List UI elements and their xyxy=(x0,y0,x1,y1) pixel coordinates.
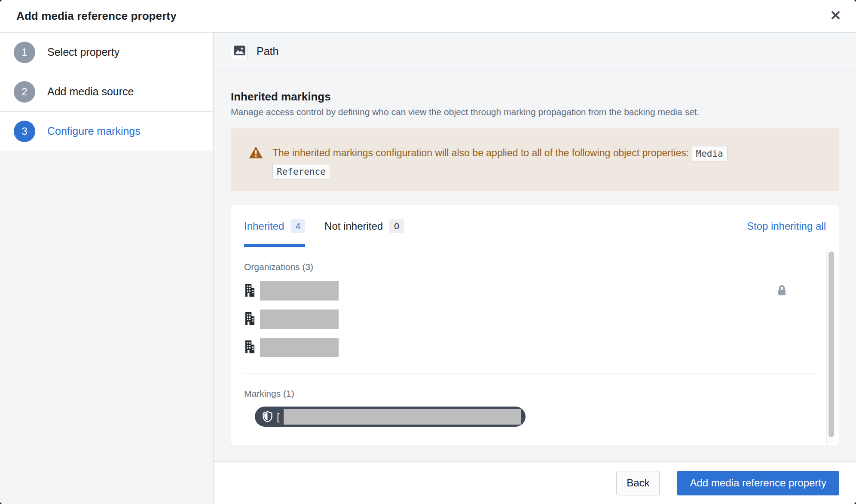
main-panel: Path Inherited markings Manage access co… xyxy=(214,33,856,504)
dialog-title: Add media reference property xyxy=(16,9,177,23)
tab-inherited[interactable]: Inherited 4 xyxy=(244,205,305,247)
back-button[interactable]: Back xyxy=(616,471,660,495)
step-1-label: Select property xyxy=(47,46,119,58)
warning-callout: The inherited markings configuration wil… xyxy=(231,128,839,191)
image-icon xyxy=(233,45,246,58)
building-icon xyxy=(244,340,256,355)
redacted-marking-name xyxy=(284,409,521,425)
marking-bracket: [ xyxy=(277,411,280,423)
steps-sidebar: 1 Select property 2 Add media source 3 C… xyxy=(0,33,214,504)
property-chip-media: Media xyxy=(692,146,728,161)
warning-message: The inherited markings configuration wil… xyxy=(272,144,728,180)
building-icon xyxy=(244,312,256,327)
selected-property-row: Path xyxy=(214,33,856,70)
warning-text: The inherited markings configuration wil… xyxy=(272,147,689,158)
organization-row xyxy=(244,281,839,301)
selected-property-name: Path xyxy=(257,45,278,58)
warning-triangle-icon xyxy=(249,146,263,180)
stop-inheriting-all-link[interactable]: Stop inheriting all xyxy=(747,220,826,232)
markings-group-label: Markings (1) xyxy=(244,389,839,399)
sidebar-filler xyxy=(0,151,213,504)
markings-content: Inherited markings Manage access control… xyxy=(214,70,856,461)
marking-pill: [ xyxy=(255,407,526,427)
organization-row xyxy=(244,310,839,329)
property-chip-reference: Reference xyxy=(272,164,330,179)
shield-icon xyxy=(262,411,273,423)
organizations-group-label: Organizations (3) xyxy=(244,262,839,272)
tab-not-inherited[interactable]: Not inherited 0 xyxy=(324,205,404,247)
markings-card: Inherited 4 Not inherited 0 Stop inherit… xyxy=(231,205,839,445)
step-2-circle: 2 xyxy=(14,81,35,103)
step-3-label: Configure markings xyxy=(47,125,141,137)
list-divider xyxy=(244,373,814,374)
markings-tabs: Inherited 4 Not inherited 0 Stop inherit… xyxy=(231,205,839,247)
tab-inherited-label: Inherited xyxy=(244,220,284,232)
step-configure-markings[interactable]: 3 Configure markings xyxy=(0,112,213,151)
scrollbar-thumb[interactable] xyxy=(828,252,834,437)
close-icon xyxy=(830,9,841,23)
building-icon xyxy=(244,284,256,298)
inherited-markings-heading: Inherited markings xyxy=(231,90,839,103)
redacted-organization-name xyxy=(260,281,339,301)
inherited-list: Organizations (3) xyxy=(231,247,839,445)
tab-not-inherited-count-badge: 0 xyxy=(389,219,404,233)
inherited-markings-description: Manage access control by defining who ca… xyxy=(231,107,839,117)
list-scrollbar[interactable] xyxy=(826,249,835,443)
add-media-reference-dialog: Add media reference property 1 Select pr… xyxy=(0,0,856,504)
add-media-reference-property-button[interactable]: Add media reference property xyxy=(677,471,839,495)
redacted-organization-name xyxy=(260,310,339,329)
lock-icon xyxy=(777,284,787,298)
organization-row xyxy=(244,338,839,357)
close-button[interactable] xyxy=(827,8,844,25)
dialog-footer: Back Add media reference property xyxy=(214,461,856,504)
tab-inherited-count-badge: 4 xyxy=(290,219,305,233)
step-1-circle: 1 xyxy=(14,42,35,63)
step-2-label: Add media source xyxy=(47,85,134,98)
tab-not-inherited-label: Not inherited xyxy=(324,220,383,232)
media-property-icon-box xyxy=(231,43,248,60)
step-select-property[interactable]: 1 Select property xyxy=(0,33,213,72)
redacted-organization-name xyxy=(260,338,339,357)
step-add-media-source[interactable]: 2 Add media source xyxy=(0,72,213,112)
step-3-circle: 3 xyxy=(14,121,35,142)
dialog-header: Add media reference property xyxy=(0,0,856,33)
